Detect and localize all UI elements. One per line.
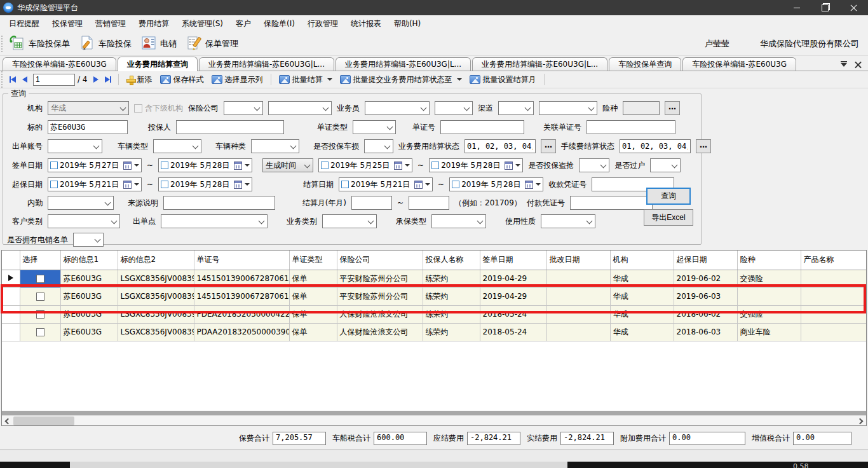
scroll-left-button[interactable]: [2, 416, 12, 426]
insurer-combo-1[interactable]: [224, 101, 263, 115]
table-cell[interactable]: 苏E60U3G: [60, 305, 118, 323]
related-doc-field[interactable]: [587, 120, 675, 134]
gen-time-combo[interactable]: 生成时间: [262, 158, 313, 172]
menu-item[interactable]: 费用结算: [132, 16, 175, 32]
doc-no-field[interactable]: [440, 120, 524, 134]
menu-item[interactable]: 保险单(I): [257, 16, 301, 32]
table-cell[interactable]: 华成: [610, 305, 674, 323]
table-cell[interactable]: 交强险: [737, 270, 801, 287]
table-cell[interactable]: 练荣灼: [423, 287, 480, 305]
table-cell[interactable]: LSGXC8356JV008396: [118, 287, 194, 305]
date-checkbox[interactable]: [50, 181, 58, 188]
date-checkbox[interactable]: [341, 181, 349, 188]
fee-status-ellipsis-button[interactable]: …: [696, 139, 711, 153]
table-cell[interactable]: 练荣灼: [423, 323, 480, 341]
table-cell[interactable]: [546, 323, 610, 341]
table-cell[interactable]: [801, 287, 867, 305]
tab-list-icon[interactable]: [841, 63, 847, 67]
theft-combo[interactable]: [579, 158, 609, 172]
channel-combo-1[interactable]: [498, 101, 534, 115]
date-checkbox[interactable]: [161, 181, 168, 188]
row-select-cell[interactable]: [20, 305, 60, 323]
telemarket-list-combo[interactable]: [73, 233, 104, 247]
staff-combo[interactable]: [48, 196, 114, 210]
minimize-button[interactable]: [782, 0, 811, 15]
chevron-down-icon[interactable]: [244, 161, 250, 170]
table-cell[interactable]: 2018-06-03: [674, 323, 737, 341]
sign-date-to[interactable]: 2019年 5月28日: [158, 158, 252, 172]
payment-field[interactable]: [570, 196, 653, 210]
scrollbar-thumb[interactable]: [13, 416, 74, 425]
car-insure-button[interactable]: 车险投保: [76, 32, 138, 55]
target-field[interactable]: [48, 120, 128, 134]
row-checkbox[interactable]: [36, 310, 44, 319]
transfer-combo[interactable]: [650, 158, 681, 172]
column-header[interactable]: 标的信息1: [60, 251, 118, 270]
menu-item[interactable]: 营销管理: [89, 16, 132, 32]
biz-type-combo[interactable]: [322, 214, 377, 228]
table-cell[interactable]: LSGXC8356JV008396: [118, 323, 194, 341]
column-header[interactable]: 产品名称: [801, 251, 867, 270]
calendar-icon[interactable]: [414, 181, 423, 189]
row-select-cell[interactable]: [20, 270, 60, 287]
table-cell[interactable]: [546, 287, 610, 305]
choose-columns-button[interactable]: 选择显示列: [208, 73, 267, 86]
restore-button[interactable]: [811, 0, 839, 15]
start-date-to[interactable]: 2019年 5月28日: [158, 177, 252, 191]
tab-item[interactable]: 车险投保单编辑-苏E60U3G: [682, 57, 796, 71]
table-cell[interactable]: 苏E60U3G: [60, 287, 118, 305]
row-checkbox[interactable]: [36, 328, 44, 336]
salesman-combo-1[interactable]: [365, 101, 430, 115]
date-checkbox[interactable]: [452, 181, 459, 188]
salesman-combo-2[interactable]: [435, 101, 473, 115]
menu-item[interactable]: 统计报表: [344, 16, 388, 32]
column-header[interactable]: 标的信息2: [118, 251, 194, 270]
last-record-button[interactable]: [102, 72, 114, 86]
telemarketing-button[interactable]: 电销: [138, 32, 183, 55]
table-cell[interactable]: 保单: [289, 323, 337, 341]
table-cell[interactable]: 华成: [610, 287, 674, 305]
column-header[interactable]: 投保人名称: [423, 251, 480, 270]
close-button[interactable]: [839, 0, 868, 15]
table-cell[interactable]: 华成: [610, 270, 674, 287]
chevron-down-icon[interactable]: [535, 180, 541, 189]
account-combo[interactable]: [48, 139, 102, 153]
menu-item[interactable]: 行政管理: [301, 16, 344, 32]
table-cell[interactable]: 人保财险沧浪支公司: [337, 305, 423, 323]
batch-set-month-button[interactable]: 批量设置结算月: [466, 73, 540, 86]
gen-time-to[interactable]: 2019年 5月28日: [429, 158, 523, 172]
table-cell[interactable]: 练荣灼: [423, 270, 480, 287]
usage-combo[interactable]: [541, 214, 595, 228]
table-cell[interactable]: 2019-06-02: [674, 270, 737, 287]
row-checkbox[interactable]: [36, 292, 44, 301]
table-cell[interactable]: 保单: [289, 305, 337, 323]
tab-item[interactable]: 业务费用结算编辑-苏E60U3G|L...: [472, 57, 607, 71]
tab-item[interactable]: 业务费用结算编辑-苏E60U3G|L...: [199, 57, 334, 71]
table-cell[interactable]: [801, 323, 867, 341]
table-cell[interactable]: 人保财险沧浪支公司: [337, 323, 423, 341]
column-header[interactable]: [2, 251, 20, 270]
chevron-down-icon[interactable]: [424, 180, 431, 189]
date-checkbox[interactable]: [321, 162, 329, 169]
vehicle-type-combo[interactable]: [153, 139, 201, 153]
row-select-cell[interactable]: [20, 287, 60, 305]
calendar-icon[interactable]: [234, 181, 242, 189]
column-header[interactable]: 签单日期: [480, 251, 546, 270]
calendar-icon[interactable]: [123, 162, 132, 170]
source-field[interactable]: [163, 196, 275, 210]
table-cell[interactable]: [546, 305, 610, 323]
biz-status-ellipsis-button[interactable]: …: [541, 139, 556, 153]
table-cell[interactable]: 平安财险苏州分公司: [337, 270, 423, 287]
applicant-field[interactable]: [176, 120, 284, 134]
horizontal-scrollbar[interactable]: [2, 415, 866, 425]
customer-type-combo[interactable]: [48, 214, 120, 228]
risk-ellipsis-button[interactable]: …: [665, 101, 680, 115]
settle-date-from[interactable]: 2019年 5月21日: [339, 177, 433, 191]
table-cell[interactable]: 2019-04-29: [480, 287, 546, 305]
calendar-icon[interactable]: [505, 162, 513, 170]
tab-item[interactable]: 车险投保单查询: [609, 57, 681, 71]
column-header[interactable]: 机构: [610, 251, 674, 270]
menu-item[interactable]: 系统管理(S): [175, 16, 229, 32]
previous-record-button[interactable]: [19, 72, 31, 86]
sign-date-from[interactable]: 2019年 5月27日: [48, 158, 142, 172]
